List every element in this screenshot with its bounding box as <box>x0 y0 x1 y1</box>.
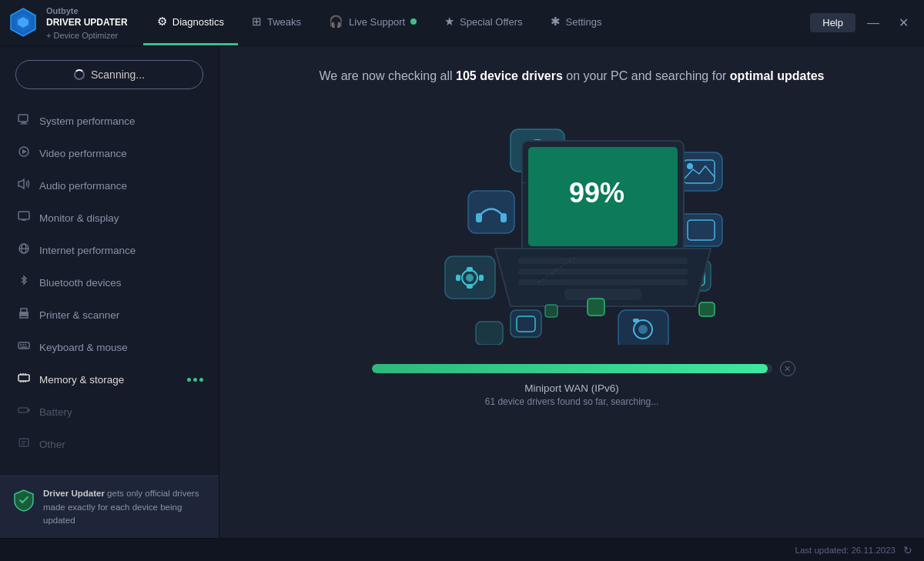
internet-label: Internet performance <box>39 245 136 256</box>
svg-rect-3 <box>18 115 28 122</box>
help-button[interactable]: Help <box>810 13 855 32</box>
sidebar-item-monitor[interactable]: Monitor & display <box>0 202 219 234</box>
sidebar-item-audio[interactable]: Audio performance <box>0 169 219 202</box>
sidebar: Scanning... System performance Video per… <box>0 46 219 538</box>
video-icon <box>18 145 30 161</box>
tab-diagnostics[interactable]: ⚙ Diagnostics <box>143 0 238 45</box>
scan-button-wrap: Scanning... <box>0 46 219 97</box>
monitor-label: Monitor & display <box>39 212 119 224</box>
svg-rect-51 <box>680 214 722 246</box>
dot-2 <box>193 378 197 382</box>
window-controls: Help — ✕ <box>810 12 924 34</box>
live-support-icon: 🎧 <box>329 15 343 28</box>
scan-message: We are now checking all 105 device drive… <box>319 69 824 83</box>
audio-label: Audio performance <box>39 180 127 192</box>
progress-bar-fill <box>372 364 768 373</box>
other-icon <box>18 436 30 452</box>
live-support-label: Live Support <box>349 16 405 28</box>
tweaks-label: Tweaks <box>267 16 301 28</box>
svg-rect-17 <box>18 342 29 349</box>
svg-rect-22 <box>18 375 29 381</box>
battery-label: Battery <box>39 406 72 418</box>
svg-rect-45 <box>467 284 473 289</box>
sidebar-item-system[interactable]: System performance <box>0 105 219 137</box>
bluetooth-icon <box>18 275 30 290</box>
tab-special-offers[interactable]: ★ Special Offers <box>430 0 536 45</box>
scan-illustration: 99% <box>410 106 734 345</box>
memory-icon <box>18 372 30 387</box>
titlebar: Outbyte DRIVER UPDATER + Device Optimize… <box>0 0 924 46</box>
progress-sublabel: 61 device drivers found so far, searchin… <box>485 396 658 407</box>
battery-icon <box>18 404 30 419</box>
internet-icon <box>18 242 30 258</box>
app-subtitle: + Device Optimizer <box>46 31 118 40</box>
tweaks-icon: ⊞ <box>252 15 262 28</box>
other-label: Other <box>39 439 65 450</box>
svg-rect-4 <box>22 122 26 124</box>
tab-tweaks[interactable]: ⊞ Tweaks <box>238 0 315 45</box>
printer-icon <box>18 307 30 322</box>
sidebar-item-bluetooth[interactable]: Bluetooth devices <box>0 266 219 299</box>
scanning-button[interactable]: Scanning... <box>15 60 203 89</box>
main-layout: Scanning... System performance Video per… <box>0 46 924 538</box>
svg-rect-68 <box>518 269 688 275</box>
monitor-icon <box>18 210 30 225</box>
sidebar-item-video[interactable]: Video performance <box>0 137 219 169</box>
svg-rect-46 <box>456 275 460 281</box>
sidebar-item-memory[interactable]: Memory & storage <box>0 363 219 396</box>
svg-point-43 <box>466 274 474 282</box>
sidebar-item-keyboard[interactable]: Keyboard & mouse <box>0 331 219 363</box>
svg-rect-47 <box>479 275 484 281</box>
last-updated-text: Last updated: 26.11.2023 <box>795 546 896 555</box>
svg-rect-75 <box>545 305 557 317</box>
tab-settings[interactable]: ✱ Settings <box>537 0 616 45</box>
sidebar-item-printer[interactable]: Printer & scanner <box>0 299 219 331</box>
close-button[interactable]: ✕ <box>891 12 916 34</box>
sidebar-item-other[interactable]: Other <box>0 428 219 460</box>
footer-title: Driver Updater <box>43 489 105 498</box>
progress-current-label: Miniport WAN (IPv6) <box>524 382 619 394</box>
svg-rect-76 <box>699 302 715 316</box>
scan-msg-mid: on your PC and searching for <box>563 69 730 82</box>
progress-section: ✕ <box>372 364 772 373</box>
laptop-illustration-svg: 99% <box>410 106 734 345</box>
keyboard-icon <box>18 339 30 355</box>
svg-rect-44 <box>467 267 473 272</box>
printer-label: Printer & scanner <box>39 309 119 321</box>
scanning-label: Scanning... <box>91 68 145 81</box>
settings-icon: ✱ <box>551 15 561 28</box>
content-area: We are now checking all 105 device drive… <box>219 46 924 538</box>
svg-rect-32 <box>19 439 28 446</box>
sidebar-footer: Driver Updater gets only official driver… <box>0 476 219 538</box>
svg-rect-40 <box>500 213 507 222</box>
minimize-button[interactable]: — <box>859 12 887 34</box>
svg-point-50 <box>687 163 693 169</box>
progress-bar-background <box>372 364 772 373</box>
bluetooth-label: Bluetooth devices <box>39 277 122 289</box>
svg-rect-38 <box>468 191 514 233</box>
memory-label: Memory & storage <box>39 374 124 386</box>
special-offers-label: Special Offers <box>460 16 522 28</box>
cancel-scan-button[interactable]: ✕ <box>780 361 795 376</box>
loading-dots <box>187 378 203 382</box>
svg-rect-63 <box>476 322 503 345</box>
statusbar: Last updated: 26.11.2023 ↻ <box>0 538 924 561</box>
diagnostics-icon: ⚙ <box>157 15 167 28</box>
system-label: System performance <box>39 115 136 127</box>
app-branding: Outbyte DRIVER UPDATER + Device Optimize… <box>0 4 128 42</box>
sidebar-item-internet[interactable]: Internet performance <box>0 234 219 266</box>
refresh-icon[interactable]: ↻ <box>903 544 912 556</box>
svg-rect-69 <box>518 279 688 286</box>
svg-rect-5 <box>20 124 28 125</box>
scan-msg-strong: optimal updates <box>730 69 825 82</box>
shield-icon <box>12 489 35 512</box>
diagnostics-label: Diagnostics <box>172 16 224 28</box>
driver-count: 105 device drivers <box>456 69 563 82</box>
sidebar-item-battery[interactable]: Battery <box>0 396 219 428</box>
live-indicator-dot <box>410 18 417 25</box>
svg-rect-16 <box>20 312 28 316</box>
footer-text: Driver Updater gets only official driver… <box>43 487 206 527</box>
tab-live-support[interactable]: 🎧 Live Support <box>315 0 430 45</box>
dot-3 <box>199 378 203 382</box>
dot-1 <box>187 378 191 382</box>
